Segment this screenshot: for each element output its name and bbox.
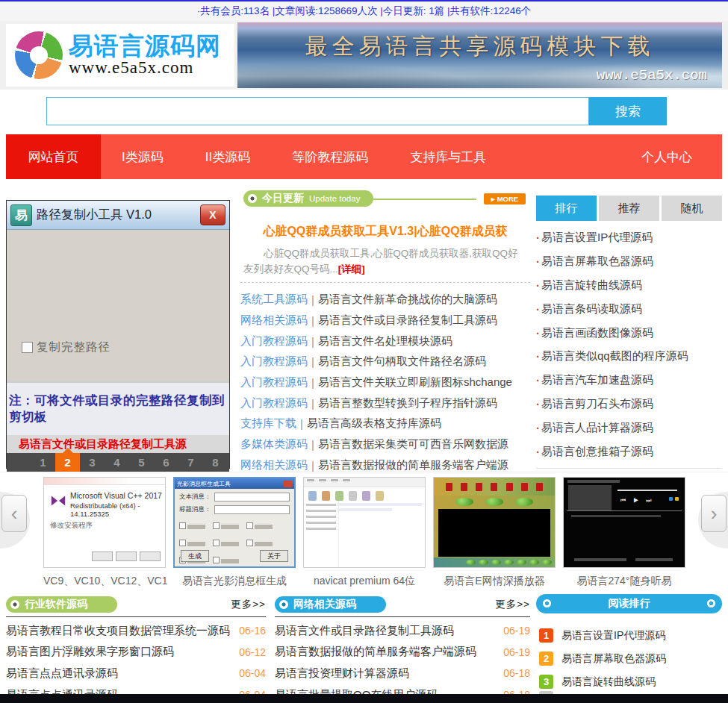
featured-article-title[interactable]: 心脏QQ群成员获取工具V1.3|心脏QQ群成员获 [240, 224, 530, 240]
item-title-link[interactable]: 易语言文件或目录路径复制工具源码 [318, 313, 497, 328]
list-item[interactable]: ·易语言汽车加速盘源码 [536, 369, 722, 393]
list-item[interactable]: ·易语言类似qq截图的程序源码 [536, 345, 722, 369]
item-category-link[interactable]: 入门教程源码 [240, 334, 308, 349]
slider-page-1[interactable]: 1 [31, 453, 55, 472]
carousel-item[interactable]: Microsoft Visual C++ 2017 Redistributabl… [43, 477, 166, 587]
banner-ad[interactable]: 最全易语言共享源码模块下载 www.e5a5x.com [237, 22, 722, 88]
item-title-link[interactable]: 易语言文件新革命挑战你的大脑源码 [318, 293, 497, 307]
list-item[interactable]: ·易语言创意推箱子源码 [536, 440, 722, 463]
banner-url: www.e5a5x.com [597, 67, 707, 84]
more-button[interactable]: ▸ MORE [484, 193, 526, 204]
featured-slider[interactable]: 易 路径复制小工具 V1.0 X 复制完整路径 注：可将文件或目录的完整路径复制… [6, 200, 230, 469]
item-title-link[interactable]: 易语言点点通讯录源码 [6, 666, 118, 681]
vc-line3: 修改安装程序 [44, 518, 165, 531]
carousel-caption[interactable]: VC9、VC10、VC12、VC1 [43, 575, 166, 587]
item-title-link[interactable]: 易语言整数型转换到子程序指针源码 [318, 396, 497, 410]
carousel-caption[interactable]: navicat premium 64位 [303, 575, 426, 587]
separator: | [300, 417, 303, 430]
nav-item-user-center[interactable]: 个人中心 [620, 134, 722, 179]
item-title: 易语言设置IP代理源码 [541, 231, 653, 245]
slider-page-5[interactable]: 5 [129, 453, 154, 472]
item-title-link[interactable]: 易语言文件关联立即刷新图标shchange [318, 375, 512, 390]
site-url: www.e5a5x.com [69, 59, 221, 77]
ranking-item[interactable]: 2 易语言屏幕取色器源码 [536, 647, 722, 670]
slider-page-8[interactable]: 8 [203, 453, 228, 472]
close-icon: X [200, 204, 225, 225]
featured-detail-link[interactable]: [详细] [338, 263, 365, 275]
nav-item-class1[interactable]: I类源码 [101, 134, 184, 179]
site-logo[interactable]: 易语言源码网 www.e5a5x.com [6, 24, 234, 87]
more-link[interactable]: 更多>> [231, 598, 266, 611]
nav-item-libraries[interactable]: 支持库与工具 [389, 134, 507, 179]
slider-page-3[interactable]: 3 [80, 453, 105, 472]
bullet-dot-icon [248, 194, 257, 203]
item-title-link[interactable]: 易语言高级表格支持库源码 [307, 416, 441, 431]
carousel-item[interactable]: navicat premium 64位 [303, 477, 426, 587]
list-item[interactable]: ·易语言人品计算器源码 [536, 416, 722, 440]
item-category-link[interactable]: 多媒体类源码 [240, 437, 308, 452]
nav-item-tutorials[interactable]: 等阶教程源码 [271, 134, 389, 179]
panel-list: 易语言教程日常收支项目数据管理系统一源码06-16 易语言图片浮雕效果字形窗口源… [6, 620, 266, 703]
item-category-link[interactable]: 入门教程源码 [240, 396, 308, 410]
separator: | [311, 459, 314, 472]
bullet: · [536, 327, 540, 340]
carousel-item[interactable]: ⏮▶⏭ 易语言274°随身听易 [563, 477, 685, 587]
item-category-link[interactable]: 入门教程源码 [240, 354, 308, 369]
item-category-link[interactable]: 网络相关源码 [240, 458, 308, 472]
item-title-link[interactable]: 易语言文件句柄取文件路径名源码 [318, 354, 486, 369]
list-item[interactable]: ·易语言剪刀石头布源码 [536, 393, 722, 416]
carousel-caption[interactable]: 易语言E网情深播放器 [433, 575, 556, 587]
search-button[interactable]: 搜索 [589, 97, 667, 125]
list-item[interactable]: ·易语言旋转曲线源码 [536, 274, 722, 298]
carousel-prev-button[interactable]: ‹ [1, 495, 27, 532]
slider-page-7[interactable]: 7 [178, 453, 203, 472]
item-category-link[interactable]: 支持库下载 [240, 416, 296, 431]
carousel-caption[interactable]: 易语言274°随身听易 [563, 575, 685, 587]
panel-header: 行业软件源码 更多>> [6, 594, 266, 617]
item-title-link[interactable]: 易语言投资理财计算器源码 [275, 666, 409, 681]
carousel-next-button[interactable]: › [701, 495, 727, 532]
slide-window-titlebar: 易 路径复制小工具 V1.0 X [7, 201, 229, 230]
ranking-item[interactable]: 1 易语言设置IP代理源码 [536, 624, 722, 647]
item-category-link[interactable]: 网络相关源码 [240, 313, 308, 328]
separator: | [311, 376, 314, 389]
item-title-link[interactable]: 易语言数据报做的简单服务端客户端源 [318, 458, 508, 472]
panel-header: 网络相关源码 更多>> [275, 594, 530, 617]
search-input[interactable] [46, 97, 589, 125]
tab-rank[interactable]: 排行 [536, 196, 597, 221]
slider-page-4[interactable]: 4 [105, 453, 129, 472]
item-title-link[interactable]: 易语言教程日常收支项目数据管理系统一源码 [6, 624, 230, 638]
carousel-caption[interactable]: 易语言光影消息框生成 [173, 575, 296, 587]
item-category-link[interactable]: 系统工具源码 [240, 293, 308, 307]
rank-badge: 1 [539, 628, 553, 643]
slide-caption[interactable]: 易语言文件或目录路径复制工具源 [7, 435, 229, 453]
bullet-dot-icon [543, 599, 551, 607]
nav-item-home[interactable]: 网站首页 [6, 134, 101, 179]
item-title-link[interactable]: 易语言图片浮雕效果字形窗口源码 [6, 645, 174, 659]
item-title: 易语言类似qq截图的程序源码 [541, 349, 688, 363]
banner-title: 最全易语言共享源码模块下载 [237, 31, 722, 62]
list-item[interactable]: ·易语言屏幕取色器源码 [536, 250, 722, 274]
slider-page-6[interactable]: 6 [154, 453, 178, 472]
slider-page-2-active[interactable]: 2 [55, 453, 80, 472]
item-title-link[interactable]: 易语言文件或目录路径复制工具源码 [275, 624, 454, 638]
item-category-link[interactable]: 入门教程源码 [240, 375, 308, 390]
item-title-link[interactable]: 易语言数据报做的简单服务端客户端源码 [275, 645, 476, 659]
ranking-title: 阅读排行 [609, 597, 650, 610]
ranking-item[interactable]: 3 易语言旋转曲线源码 [536, 670, 722, 693]
generate-button: 生成 [181, 550, 209, 562]
separator: | [311, 314, 314, 327]
more-link[interactable]: 更多>> [495, 598, 530, 611]
tab-random[interactable]: 随机 [662, 196, 722, 221]
separator: | [311, 335, 314, 348]
carousel-item[interactable]: 光影消息框生成工具 文本消息： 标题消息： 生成 关于 易语言光 [173, 477, 296, 587]
list-item[interactable]: ·易语言画函数图像源码 [536, 321, 722, 345]
item-title-link[interactable]: 易语言文件名处理模块源码 [318, 334, 452, 349]
nav-item-class2[interactable]: II类源码 [184, 134, 271, 179]
item-title-link[interactable]: 易语言数据采集类可可西音乐网数据源 [318, 437, 508, 452]
list-item[interactable]: ·易语言条码读取源码 [536, 297, 722, 321]
panel-pill: 网络相关源码 [275, 596, 386, 613]
list-item[interactable]: ·易语言设置IP代理源码 [536, 226, 722, 250]
carousel-item[interactable]: 易语言E网情深播放器 [433, 477, 556, 587]
tab-recommend[interactable]: 推荐 [599, 196, 659, 221]
